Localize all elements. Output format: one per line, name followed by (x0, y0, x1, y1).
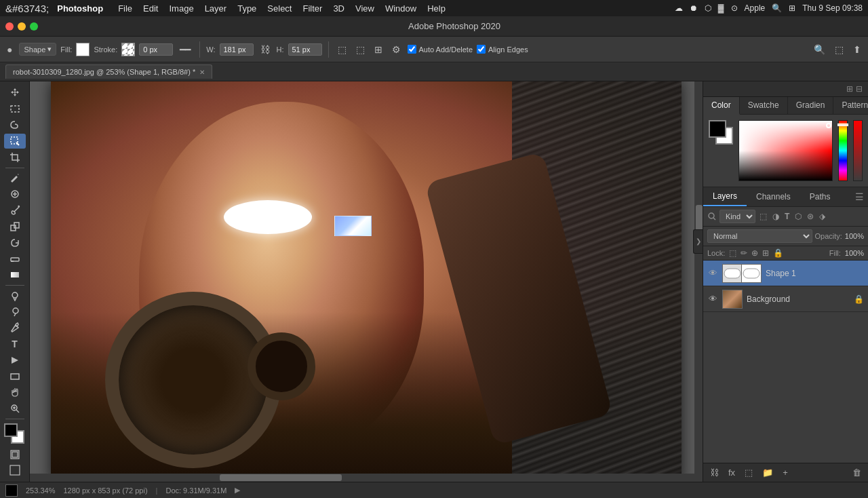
crop-tool[interactable] (4, 150, 26, 165)
menu-type[interactable]: Type (237, 3, 256, 14)
dodge-tool[interactable] (4, 305, 26, 320)
tab-layers[interactable]: Layers (703, 187, 747, 206)
arrange-btn[interactable]: ⬚ (832, 43, 846, 56)
opacity-value[interactable]: 100% (845, 232, 864, 240)
hand-tool[interactable] (4, 385, 26, 400)
playback-icon[interactable]: ⏺ (690, 3, 698, 13)
share-btn[interactable]: ⬆ (850, 43, 864, 56)
edit-mode-btn[interactable] (4, 447, 26, 462)
lock-artboard-icon[interactable]: ⊞ (762, 248, 769, 258)
fg-bg-colors[interactable] (4, 423, 26, 442)
screen-mode-btn[interactable] (4, 463, 26, 478)
horizontal-scrollbar[interactable] (30, 474, 694, 482)
search-icon-menu[interactable]: 🔍 (772, 3, 782, 13)
brush-tool[interactable] (4, 203, 26, 218)
layer-visibility-shape1[interactable]: 👁 (707, 268, 718, 278)
cloud-icon[interactable]: ☁ (675, 3, 683, 13)
menu-help[interactable]: Help (427, 3, 446, 14)
tab-gradient[interactable]: Gradien (788, 97, 834, 114)
tab-channels[interactable]: Channels (747, 188, 800, 206)
auto-add-checkbox[interactable] (408, 45, 416, 54)
layer-kind-filter[interactable]: Kind (719, 210, 755, 223)
menu-view[interactable]: View (355, 3, 374, 14)
traffic-lights[interactable] (5, 22, 38, 31)
healing-brush-tool[interactable] (4, 187, 26, 202)
delete-layer-btn[interactable]: 🗑 (850, 466, 864, 479)
collapse-panels-icon[interactable]: ⊟ (854, 83, 864, 95)
battery-icon[interactable]: ▓ (718, 3, 724, 13)
horizontal-scroll-thumb[interactable] (220, 474, 342, 481)
tab-close-btn[interactable]: ✕ (199, 69, 205, 76)
lock-brush-icon[interactable]: ✏ (741, 248, 747, 258)
stroke-swatch[interactable] (121, 43, 135, 56)
layer-shape1[interactable]: 👁 Shape 1 (703, 261, 868, 286)
canvas-area[interactable] (30, 81, 703, 482)
smart-filter-icon[interactable]: ⊛ (806, 210, 815, 223)
layers-menu-icon[interactable]: ☰ (855, 191, 864, 202)
lock-pixels-icon[interactable]: ⬚ (729, 248, 736, 258)
layer-link-btn[interactable]: ⛓ (707, 466, 722, 479)
link-icon[interactable]: ⛓ (258, 43, 273, 56)
move-tool[interactable] (4, 85, 26, 100)
menu-edit[interactable]: Edit (143, 3, 158, 14)
text-filter-icon[interactable]: T (783, 210, 791, 223)
menu-layer[interactable]: Layer (205, 3, 227, 14)
menu-select[interactable]: Select (267, 3, 292, 14)
maximize-button[interactable] (30, 22, 38, 31)
tab-paths[interactable]: Paths (800, 188, 840, 206)
layer-background[interactable]: 👁 Background 🔒 (703, 286, 868, 312)
fill-value[interactable]: 100% (845, 249, 864, 257)
expand-icon[interactable]: ⊞ (845, 83, 854, 95)
align-edges-check-label[interactable]: Align Edges (477, 45, 528, 54)
path-settings-btn[interactable]: ⚙ (389, 43, 403, 56)
menu-3d[interactable]: 3D (333, 3, 344, 14)
blend-mode-select[interactable]: Normal Multiply Screen Overlay (707, 229, 812, 243)
pen-tool[interactable] (4, 320, 26, 335)
path-selection-tool[interactable] (4, 353, 26, 368)
search-btn[interactable]: 🔍 (811, 43, 828, 56)
bluetooth-icon[interactable]: ⬡ (705, 3, 711, 13)
new-group-btn[interactable]: 📁 (760, 466, 776, 479)
apple-menu[interactable]: &#63743; (5, 3, 49, 14)
tab-swatches[interactable]: Swatche (740, 97, 788, 114)
lock-all-icon[interactable]: 🔒 (773, 248, 783, 258)
history-brush-tool[interactable] (4, 235, 26, 250)
menu-image[interactable]: Image (169, 3, 193, 14)
clone-stamp-tool[interactable] (4, 219, 26, 234)
pixel-filter-icon[interactable]: ⬚ (758, 210, 768, 223)
foreground-color[interactable] (4, 423, 18, 437)
align-edges-checkbox[interactable] (477, 45, 486, 54)
document-tab[interactable]: robot-3010309_1280.jpg @ 253% (Shape 1, … (5, 64, 212, 79)
gradient-tool[interactable] (4, 267, 26, 282)
text-tool[interactable]: T (4, 337, 26, 351)
shape-dropdown[interactable]: Shape ▾ (19, 43, 56, 56)
rectangle-tool[interactable] (4, 369, 26, 384)
auto-add-check-label[interactable]: Auto Add/Delete (408, 45, 473, 54)
path-align-btn[interactable]: ⬚ (335, 43, 349, 56)
fg-bg-swatches[interactable] (709, 120, 733, 145)
stroke-size-input[interactable] (139, 43, 173, 56)
fill-swatch[interactable] (76, 43, 90, 56)
close-button[interactable] (5, 22, 14, 31)
stroke-options-btn[interactable]: ━━ (177, 43, 193, 56)
tab-patterns[interactable]: Patterns (833, 97, 868, 114)
wifi-icon[interactable]: ⊙ (731, 3, 738, 13)
menu-window[interactable]: Window (385, 3, 416, 14)
foreground-swatch[interactable] (709, 120, 726, 138)
shape-filter-icon[interactable]: ⬡ (793, 210, 803, 223)
menu-filter[interactable]: Filter (302, 3, 322, 14)
color-spectrum[interactable] (738, 120, 833, 181)
alpha-slider[interactable] (853, 120, 863, 181)
vertical-scrollbar[interactable] (694, 81, 703, 482)
tool-icon-btn[interactable]: ● (4, 43, 15, 56)
panel-collapse-btn[interactable]: ❯ (693, 229, 703, 254)
blur-tool[interactable] (4, 288, 26, 303)
width-input[interactable] (220, 43, 254, 56)
lasso-tool[interactable] (4, 118, 26, 133)
height-input[interactable] (288, 43, 322, 56)
artboard-filter-icon[interactable]: ⬗ (818, 210, 827, 223)
object-selection-tool[interactable] (4, 134, 26, 149)
adjustment-filter-icon[interactable]: ◑ (771, 210, 781, 223)
control-icon[interactable]: ⊞ (789, 3, 795, 13)
lock-position-icon[interactable]: ⊕ (751, 248, 758, 258)
